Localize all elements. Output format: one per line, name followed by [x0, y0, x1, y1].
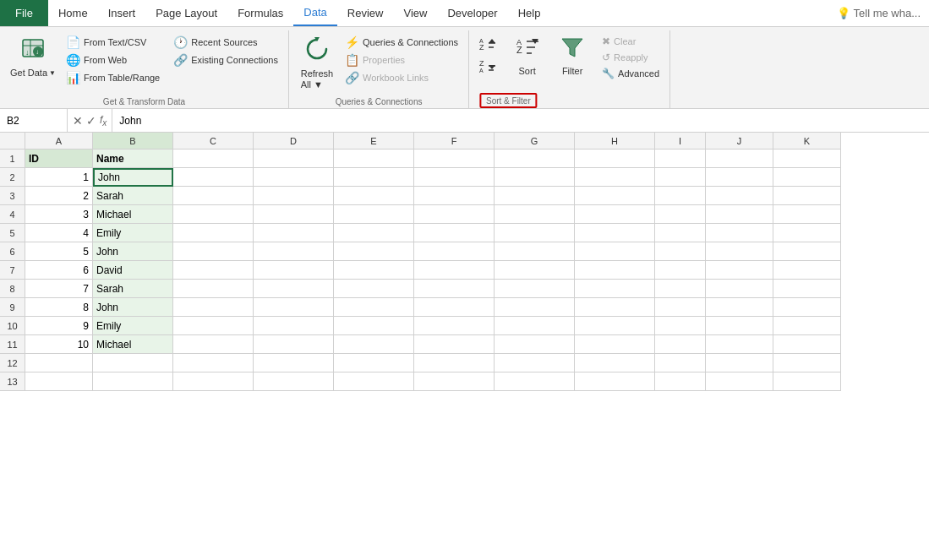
queries-connections-button[interactable]: ⚡ Queries & Connections: [342, 34, 462, 51]
cell-H13[interactable]: [575, 372, 655, 391]
col-header-E[interactable]: E: [334, 133, 414, 150]
clear-button[interactable]: ✖ Clear: [598, 34, 663, 49]
col-header-G[interactable]: G: [495, 133, 575, 150]
cell-D4[interactable]: [254, 205, 334, 224]
cell-C12[interactable]: [173, 354, 254, 372]
col-header-H[interactable]: H: [575, 133, 655, 150]
cell-E3[interactable]: [334, 187, 414, 205]
cell-I12[interactable]: [655, 354, 706, 372]
cell-C7[interactable]: [173, 261, 254, 280]
row-header-6[interactable]: 6: [0, 242, 25, 261]
cell-B6[interactable]: John: [93, 242, 173, 261]
cell-C6[interactable]: [173, 242, 254, 261]
cell-K8[interactable]: [773, 280, 841, 298]
cell-J10[interactable]: [706, 317, 773, 335]
cell-J11[interactable]: [706, 335, 773, 354]
properties-button[interactable]: 📋 Properties: [342, 52, 462, 68]
cell-I1[interactable]: [655, 150, 706, 168]
cell-I2[interactable]: [655, 168, 706, 187]
view-menu-item[interactable]: View: [393, 0, 437, 26]
page-layout-menu-item[interactable]: Page Layout: [145, 0, 227, 26]
cell-I4[interactable]: [655, 205, 706, 224]
cell-D13[interactable]: [254, 372, 334, 391]
cell-J1[interactable]: [706, 150, 773, 168]
cell-G11[interactable]: [495, 335, 575, 354]
insert-function-icon[interactable]: fx: [100, 114, 107, 128]
cell-F4[interactable]: [414, 205, 495, 224]
workbook-links-button[interactable]: 🔗 Workbook Links: [342, 69, 462, 86]
cell-C13[interactable]: [173, 372, 254, 391]
row-header-2[interactable]: 2: [0, 168, 25, 187]
cell-K4[interactable]: [773, 205, 841, 224]
cell-G8[interactable]: [495, 280, 575, 298]
cell-A12[interactable]: [25, 354, 93, 372]
cell-K5[interactable]: [773, 224, 841, 242]
cell-F2[interactable]: [414, 168, 495, 187]
cell-G6[interactable]: [495, 242, 575, 261]
cell-A7[interactable]: 6: [25, 261, 93, 280]
cell-A2[interactable]: 1: [25, 168, 93, 187]
cell-H6[interactable]: [575, 242, 655, 261]
cell-B2[interactable]: John: [93, 168, 173, 187]
cell-G3[interactable]: [495, 187, 575, 205]
name-box[interactable]: [0, 109, 68, 132]
cell-D5[interactable]: [254, 224, 334, 242]
cell-J13[interactable]: [706, 372, 773, 391]
cell-F9[interactable]: [414, 298, 495, 317]
confirm-formula-icon[interactable]: ✓: [86, 114, 96, 128]
cell-G13[interactable]: [495, 372, 575, 391]
cell-D7[interactable]: [254, 261, 334, 280]
cell-A11[interactable]: 10: [25, 335, 93, 354]
cell-J9[interactable]: [706, 298, 773, 317]
cell-B1[interactable]: Name: [93, 150, 173, 168]
cell-F13[interactable]: [414, 372, 495, 391]
cell-B3[interactable]: Sarah: [93, 187, 173, 205]
cell-I6[interactable]: [655, 242, 706, 261]
cell-F5[interactable]: [414, 224, 495, 242]
col-header-F[interactable]: F: [414, 133, 495, 150]
cell-A6[interactable]: 5: [25, 242, 93, 261]
cell-H1[interactable]: [575, 150, 655, 168]
cell-I13[interactable]: [655, 372, 706, 391]
review-menu-item[interactable]: Review: [337, 0, 394, 26]
row-header-3[interactable]: 3: [0, 187, 25, 205]
tell-me-box[interactable]: 💡 Tell me wha...: [828, 7, 929, 19]
cell-H12[interactable]: [575, 354, 655, 372]
cell-C9[interactable]: [173, 298, 254, 317]
cell-E1[interactable]: [334, 150, 414, 168]
cell-G7[interactable]: [495, 261, 575, 280]
cell-C8[interactable]: [173, 280, 254, 298]
row-header-4[interactable]: 4: [0, 205, 25, 224]
cell-H4[interactable]: [575, 205, 655, 224]
cell-D2[interactable]: [254, 168, 334, 187]
cell-K10[interactable]: [773, 317, 841, 335]
row-header-13[interactable]: 13: [0, 372, 25, 391]
cell-F12[interactable]: [414, 354, 495, 372]
cell-C10[interactable]: [173, 317, 254, 335]
cell-B10[interactable]: Emily: [93, 317, 173, 335]
advanced-button[interactable]: 🔧 Advanced: [598, 66, 663, 81]
cell-K12[interactable]: [773, 354, 841, 372]
reapply-button[interactable]: ↺ Reapply: [598, 50, 663, 65]
cell-A1[interactable]: ID: [25, 150, 93, 168]
row-header-10[interactable]: 10: [0, 317, 25, 335]
cell-G4[interactable]: [495, 205, 575, 224]
cell-G2[interactable]: [495, 168, 575, 187]
row-header-11[interactable]: 11: [0, 335, 25, 354]
cell-I7[interactable]: [655, 261, 706, 280]
row-header-9[interactable]: 9: [0, 298, 25, 317]
cell-G9[interactable]: [495, 298, 575, 317]
cell-D6[interactable]: [254, 242, 334, 261]
cell-B9[interactable]: John: [93, 298, 173, 317]
cell-F7[interactable]: [414, 261, 495, 280]
cell-D3[interactable]: [254, 187, 334, 205]
cell-B4[interactable]: Michael: [93, 205, 173, 224]
cell-K1[interactable]: [773, 150, 841, 168]
cell-F3[interactable]: [414, 187, 495, 205]
cell-E12[interactable]: [334, 354, 414, 372]
cell-K2[interactable]: [773, 168, 841, 187]
col-header-J[interactable]: J: [706, 133, 773, 150]
cell-D1[interactable]: [254, 150, 334, 168]
cell-K11[interactable]: [773, 335, 841, 354]
cell-D12[interactable]: [254, 354, 334, 372]
